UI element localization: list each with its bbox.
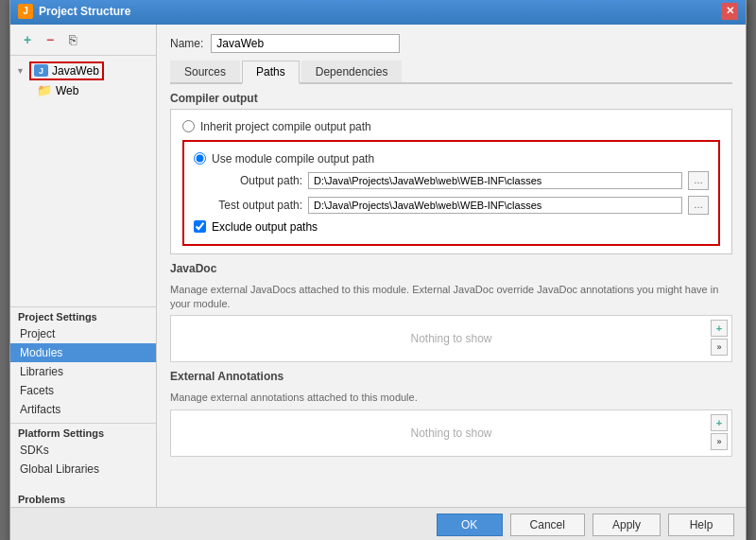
web-node-label: Web [56, 84, 78, 97]
module-name: JavaWeb [52, 64, 99, 78]
module-tree: ▼ J JavaWeb 📁 Web [10, 56, 156, 303]
sidebar-item-sdks[interactable]: SDKs [10, 441, 156, 460]
output-path-row: Output path: … [194, 168, 709, 193]
platform-settings-section-label: Platform Settings [10, 423, 156, 441]
exclude-checkbox-row: Exclude output paths [194, 218, 709, 236]
test-output-label: Test output path: [194, 199, 302, 212]
test-output-browse-btn[interactable]: … [688, 196, 709, 215]
title-bar: J Project Structure ✕ [10, 0, 746, 25]
tab-dependencies[interactable]: Dependencies [301, 61, 403, 82]
name-input[interactable] [211, 34, 400, 53]
use-module-box: Use module compile output path Output pa… [182, 140, 720, 246]
help-button[interactable]: Help [668, 514, 734, 536]
expand-arrow: ▼ [16, 66, 26, 76]
output-path-input[interactable] [308, 172, 682, 189]
inherit-radio[interactable] [182, 120, 195, 132]
close-button[interactable]: ✕ [721, 3, 738, 20]
annotations-add-btn[interactable]: + [711, 414, 728, 431]
output-path-label: Output path: [194, 174, 302, 187]
name-label: Name: [170, 37, 203, 50]
apply-button[interactable]: Apply [593, 514, 661, 536]
javadoc-desc: Manage external JavaDocs attached to thi… [170, 283, 732, 312]
sidebar-item-project[interactable]: Project [10, 324, 156, 343]
dialog-title: Project Structure [39, 5, 130, 18]
annotations-actions: + » [711, 414, 728, 450]
add-button[interactable]: + [18, 30, 37, 49]
copy-button[interactable]: ⎘ [63, 30, 82, 49]
cancel-button[interactable]: Cancel [510, 514, 585, 536]
sidebar-item-artifacts[interactable]: Artifacts [10, 400, 156, 419]
output-path-browse-btn[interactable]: … [688, 171, 709, 190]
annotations-section: External Annotations Manage external ann… [170, 370, 732, 456]
tab-paths[interactable]: Paths [242, 61, 300, 84]
annotations-list: Nothing to show + » [170, 409, 732, 457]
name-row: Name: [170, 34, 732, 53]
problems-section-label: Problems [10, 490, 156, 507]
exclude-label: Exclude output paths [212, 220, 318, 234]
test-output-path-input[interactable] [308, 197, 682, 214]
exclude-checkbox[interactable] [194, 220, 206, 233]
tab-sources[interactable]: Sources [170, 61, 240, 82]
ok-button[interactable]: OK [437, 514, 503, 536]
annotations-more-btn[interactable]: » [711, 433, 728, 450]
paths-content: Compiler output Inherit project compile … [170, 92, 732, 457]
javadoc-title: JavaDoc [170, 262, 732, 275]
javadoc-add-btn[interactable]: + [711, 320, 728, 337]
annotations-empty: Nothing to show [410, 427, 491, 440]
main-content: + − ⎘ ▼ J JavaWeb 📁 Web Projec [10, 25, 746, 507]
javadoc-section: JavaDoc Manage external JavaDocs attache… [170, 262, 732, 363]
tree-item-javaweb[interactable]: ▼ J JavaWeb [10, 60, 156, 82]
use-module-radio-row: Use module compile output path [194, 149, 709, 168]
sidebar: + − ⎘ ▼ J JavaWeb 📁 Web Projec [10, 25, 157, 507]
project-settings-section-label: Project Settings [10, 306, 156, 324]
javadoc-actions: + » [711, 320, 728, 356]
sidebar-item-modules[interactable]: Modules [10, 343, 156, 362]
module-icon: J [34, 64, 48, 77]
use-module-label: Use module compile output path [212, 152, 374, 165]
javadoc-empty: Nothing to show [410, 332, 491, 345]
app-icon: J [18, 4, 33, 19]
folder-icon: 📁 [37, 84, 52, 97]
sidebar-item-facets[interactable]: Facets [10, 381, 156, 400]
sidebar-item-global-libraries[interactable]: Global Libraries [10, 460, 156, 479]
bottom-bar: OK Cancel Apply Help [10, 507, 746, 541]
compiler-section: Inherit project compile output path Use … [170, 109, 732, 254]
project-structure-dialog: J Project Structure ✕ + − ⎘ ▼ J JavaWeb [9, 0, 747, 540]
title-bar-left: J Project Structure [18, 4, 130, 19]
javadoc-more-btn[interactable]: » [711, 339, 728, 356]
annotations-title: External Annotations [170, 370, 732, 383]
inherit-radio-row: Inherit project compile output path [182, 117, 720, 136]
test-output-path-row: Test output path: … [194, 193, 709, 218]
compiler-output-title: Compiler output [170, 92, 732, 105]
sidebar-item-libraries[interactable]: Libraries [10, 362, 156, 381]
inherit-label: Inherit project compile output path [200, 120, 371, 133]
javadoc-list: Nothing to show + » [170, 315, 732, 362]
tabs-bar: Sources Paths Dependencies [170, 61, 732, 84]
annotations-desc: Manage external annotations attached to … [170, 391, 732, 405]
use-module-radio[interactable] [194, 152, 206, 165]
remove-button[interactable]: − [41, 30, 60, 49]
main-panel: Name: Sources Paths Dependencies Compile… [157, 25, 746, 507]
module-selected-indicator: J JavaWeb [29, 61, 104, 80]
tree-item-web[interactable]: 📁 Web [10, 82, 156, 99]
sidebar-toolbar: + − ⎘ [10, 25, 156, 56]
